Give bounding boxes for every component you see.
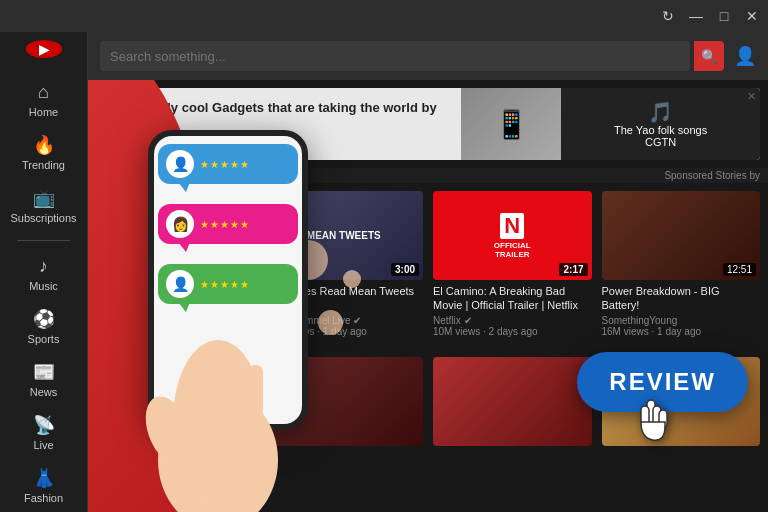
sidebar-label-music: Music bbox=[29, 280, 58, 292]
user-account-icon[interactable]: 👤 bbox=[734, 45, 756, 67]
video-thumb-1: 🌶️ HOT ONES 38:18 bbox=[96, 191, 255, 280]
video-title-4: Power Breakdown - BIG Battery! bbox=[602, 284, 761, 313]
ad-left: 15 Insanely cool Gadgets that are taking… bbox=[96, 92, 461, 156]
music-icon: ♪ bbox=[39, 256, 48, 277]
video-meta-3: Netflix ✔ 10M views · 2 days ago bbox=[433, 315, 592, 337]
video-info-1: Ashton Kutcher Gets an Endorphin Rush Wh… bbox=[96, 280, 255, 341]
video-meta-2: Jimmy Kimmel Live ✔ 3.5M views · 1 day a… bbox=[265, 315, 424, 337]
sidebar-label-home: Home bbox=[29, 106, 58, 118]
close-btn[interactable]: ✕ bbox=[744, 8, 760, 24]
video-info-4: Power Breakdown - BIG Battery! Something… bbox=[602, 280, 761, 341]
video-duration-1: 38:18 bbox=[217, 263, 251, 276]
trending-icon: 🔥 bbox=[33, 134, 55, 156]
sponsored-label: Sponsored Stories by bbox=[88, 168, 768, 183]
video-title-1: Ashton Kutcher Gets an Endorphin Rush Wh… bbox=[96, 284, 255, 313]
video-info-2: Celebrities Read Mean Tweets #12 Jimmy K… bbox=[265, 280, 424, 341]
video-views-2: 3.5M views bbox=[265, 326, 315, 337]
ad-close-button[interactable]: ✕ bbox=[747, 90, 756, 103]
sidebar-label-trending: Trending bbox=[22, 159, 65, 171]
video-card-7[interactable] bbox=[433, 357, 592, 507]
video-info-5: j-hope 'Chicken Noodle Soup (feat. Becky… bbox=[96, 446, 255, 507]
video-card-4[interactable]: 12:51 Power Breakdown - BIG Battery! Som… bbox=[602, 191, 761, 341]
sidebar-label-sports: Sports bbox=[28, 333, 60, 345]
sidebar: ⌂ Home 🔥 Trending 📺 Subscriptions ♪ Musi… bbox=[0, 32, 88, 512]
ad-title: 15 Insanely cool Gadgets that are taking… bbox=[108, 100, 449, 134]
video-views-4: 16M views bbox=[602, 326, 649, 337]
video-title-2: Celebrities Read Mean Tweets #12 bbox=[265, 284, 424, 313]
minimize-btn[interactable]: — bbox=[688, 8, 704, 24]
video-grid: 🌶️ HOT ONES 38:18 Ashton Kutcher Gets an… bbox=[88, 183, 768, 349]
sports-icon: ⚽ bbox=[33, 308, 55, 330]
video-card-1[interactable]: 🌶️ HOT ONES 38:18 Ashton Kutcher Gets an… bbox=[96, 191, 255, 341]
sidebar-item-subscriptions[interactable]: 📺 Subscriptions bbox=[0, 179, 87, 232]
video-duration-2: 3:00 bbox=[391, 263, 419, 276]
video-duration-5: 4:29 bbox=[223, 429, 250, 442]
video-card-8[interactable] bbox=[602, 357, 761, 507]
video-card-2[interactable]: MEAN TWEETS 3:00 Celebrities Read Mean T… bbox=[265, 191, 424, 341]
sidebar-label-live: Live bbox=[33, 439, 53, 451]
app-logo[interactable] bbox=[26, 40, 62, 58]
sidebar-item-sports[interactable]: ⚽ Sports bbox=[0, 300, 87, 353]
sidebar-item-fashion[interactable]: 👗 Fashion bbox=[0, 459, 87, 512]
video-channel-5: ibight bbox=[96, 481, 120, 492]
sidebar-label-subscriptions: Subscriptions bbox=[10, 212, 76, 224]
video-views-1: 2.8M views bbox=[96, 326, 146, 337]
subscriptions-icon: 📺 bbox=[33, 187, 55, 209]
video-duration-3: 2:17 bbox=[559, 263, 587, 276]
ad-right: 🎵 The Yao folk songs CGTN bbox=[561, 88, 760, 160]
video-views-3: 10M views bbox=[433, 326, 480, 337]
video-info-3: El Camino: A Breaking Bad Movie | Offici… bbox=[433, 280, 592, 341]
video-channel-2: Jimmy Kimmel Live bbox=[265, 315, 351, 326]
video-thumb-4: 12:51 bbox=[602, 191, 761, 280]
search-input[interactable] bbox=[100, 41, 690, 71]
ad-image: 📱 bbox=[461, 88, 561, 160]
video-thumb-7 bbox=[433, 357, 592, 446]
video-thumb-3: N OFFICIALTRAILER 2:17 bbox=[433, 191, 592, 280]
video-thumb-6 bbox=[265, 357, 424, 446]
header: 🔍 👤 bbox=[88, 32, 768, 80]
ad-right-text: The Yao folk songs bbox=[614, 124, 707, 136]
sidebar-label-fashion: Fashion bbox=[24, 492, 63, 504]
main-content: 🔍 👤 15 Insanely cool Gadgets that are ta… bbox=[88, 32, 768, 512]
video-meta-1: First We Feast ✔ 2.8M views · 20 hours a… bbox=[96, 315, 255, 337]
window-controls: ↻ — □ ✕ bbox=[660, 8, 760, 24]
refresh-btn[interactable]: ↻ bbox=[660, 8, 676, 24]
video-grid-2: 4:29 j-hope 'Chicken Noodle Soup (feat. … bbox=[88, 349, 768, 512]
maximize-btn[interactable]: □ bbox=[716, 8, 732, 24]
live-icon: 📡 bbox=[33, 414, 55, 436]
fashion-icon: 👗 bbox=[33, 467, 55, 489]
video-title-5: j-hope 'Chicken Noodle Soup (feat. Becky… bbox=[96, 450, 255, 479]
sidebar-label-news: News bbox=[30, 386, 58, 398]
video-thumb-5: 4:29 bbox=[96, 357, 255, 446]
sidebar-item-trending[interactable]: 🔥 Trending bbox=[0, 126, 87, 179]
sidebar-item-music[interactable]: ♪ Music bbox=[0, 248, 87, 300]
video-card-6[interactable] bbox=[265, 357, 424, 507]
video-thumb-2: MEAN TWEETS 3:00 bbox=[265, 191, 424, 280]
search-icon: 🔍 bbox=[701, 49, 718, 64]
sidebar-item-live[interactable]: 📡 Live bbox=[0, 406, 87, 459]
news-icon: 📰 bbox=[33, 361, 55, 383]
video-duration-4: 12:51 bbox=[723, 263, 756, 276]
home-icon: ⌂ bbox=[38, 82, 49, 103]
video-card-3[interactable]: N OFFICIALTRAILER 2:17 El Camino: A Brea… bbox=[433, 191, 592, 341]
app-body: ⌂ Home 🔥 Trending 📺 Subscriptions ♪ Musi… bbox=[0, 32, 768, 512]
video-card-5[interactable]: 4:29 j-hope 'Chicken Noodle Soup (feat. … bbox=[96, 357, 255, 507]
ad-banner: 15 Insanely cool Gadgets that are taking… bbox=[96, 88, 760, 160]
sidebar-item-home[interactable]: ⌂ Home bbox=[0, 74, 87, 126]
titlebar: ↻ — □ ✕ bbox=[0, 0, 768, 32]
sidebar-item-news[interactable]: 📰 News bbox=[0, 353, 87, 406]
video-channel-3: Netflix bbox=[433, 315, 461, 326]
video-meta-4: SomethingYoung 16M views · 1 day ago bbox=[602, 315, 761, 337]
video-meta-5: ibight ✔ 1M views · 2 hours ago bbox=[96, 481, 255, 503]
search-button[interactable]: 🔍 bbox=[694, 41, 724, 71]
ad-channel: CGTN bbox=[645, 136, 676, 148]
video-channel-4: SomethingYoung bbox=[602, 315, 678, 326]
video-views-5: 1M views bbox=[96, 492, 138, 503]
content-area: 15 Insanely cool Gadgets that are taking… bbox=[88, 80, 768, 512]
app-window: ↻ — □ ✕ ⌂ Home 🔥 Trending 📺 Subscription… bbox=[0, 0, 768, 512]
video-channel-1: First We Feast bbox=[96, 315, 161, 326]
video-title-3: El Camino: A Breaking Bad Movie | Offici… bbox=[433, 284, 592, 313]
video-thumb-8 bbox=[602, 357, 761, 446]
ad-url: www.latestbuzztoday.com bbox=[108, 136, 449, 148]
